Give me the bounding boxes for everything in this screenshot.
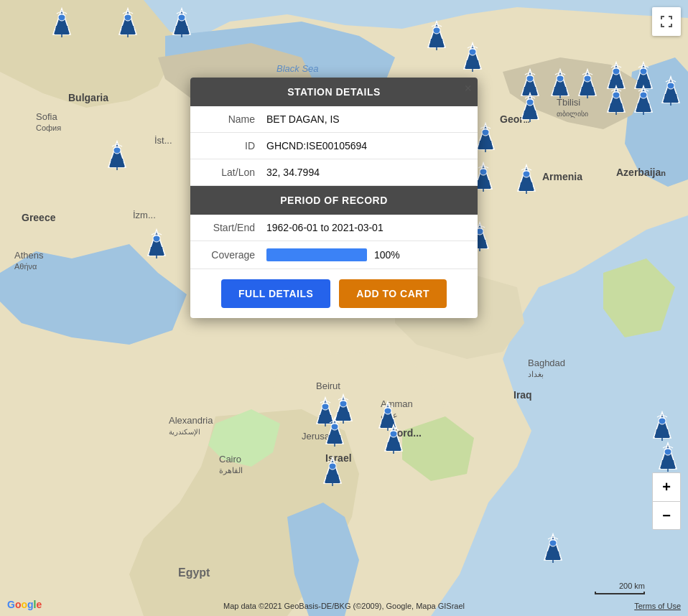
coverage-label: Coverage: [202, 249, 266, 261]
coverage-percent: 100%: [374, 249, 400, 261]
fullscreen-button[interactable]: [652, 7, 681, 36]
add-to-cart-button[interactable]: ADD TO CART: [339, 279, 447, 308]
latlon-label: Lat/Lon: [202, 167, 266, 178]
station-name-row: Name BET DAGAN, IS: [190, 106, 478, 133]
zoom-in-button[interactable]: +: [652, 472, 681, 501]
scale-line: [595, 592, 645, 594]
terms-of-use[interactable]: Terms of Use: [634, 602, 681, 610]
fullscreen-icon: [659, 14, 674, 29]
station-latlon-row: Lat/Lon 32, 34.7994: [190, 159, 478, 186]
map-container: Bulgaria SofiaСофия Black Sea Greece Ath…: [0, 0, 688, 616]
startend-row: Start/End 1962-06-01 to 2021-03-01: [190, 215, 478, 241]
id-label: ID: [202, 140, 266, 151]
coverage-bar-container: 100%: [266, 248, 400, 261]
latlon-value: 32, 34.7994: [266, 167, 320, 178]
station-id-row: ID GHCND:ISE00105694: [190, 133, 478, 159]
period-header: PERIOD OF RECORD: [190, 186, 478, 215]
name-value: BET DAGAN, IS: [266, 113, 340, 125]
zoom-out-button[interactable]: −: [652, 501, 681, 530]
station-details-header: STATION DETAILS: [190, 78, 478, 106]
startend-value: 1962-06-01 to 2021-03-01: [266, 222, 383, 233]
popup-close-button[interactable]: ×: [464, 82, 472, 95]
full-details-button[interactable]: FULL DETAILS: [221, 279, 330, 308]
zoom-controls: + −: [652, 472, 681, 530]
name-label: Name: [202, 113, 266, 125]
coverage-bar: [266, 248, 367, 261]
map-attribution: Map data ©2021 GeoBasis-DE/BKG (©2009), …: [223, 602, 465, 610]
google-logo: Google: [7, 599, 42, 610]
coverage-row: Coverage 100%: [190, 241, 478, 269]
scale-label: 200 km: [619, 582, 645, 590]
station-popup: × STATION DETAILS Name BET DAGAN, IS ID …: [190, 78, 478, 318]
popup-footer: FULL DETAILS ADD TO CART: [190, 269, 478, 318]
id-value: GHCND:ISE00105694: [266, 140, 367, 151]
scale-bar: 200 km: [595, 582, 645, 594]
startend-label: Start/End: [202, 222, 266, 233]
